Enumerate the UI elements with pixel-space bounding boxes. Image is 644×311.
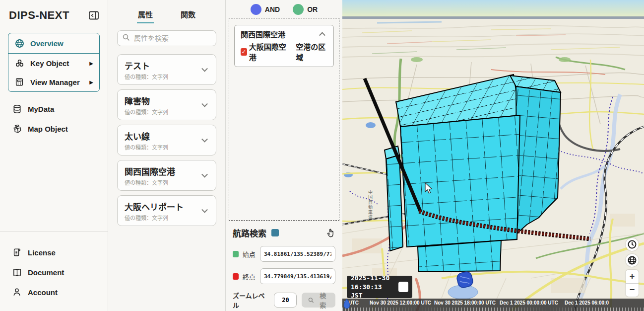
route-color-swatch [271, 229, 279, 236]
time-control-button[interactable] [626, 238, 639, 251]
route-search-button-label: 検索 [317, 291, 329, 310]
zoom-control: + − [626, 270, 639, 297]
database-icon [12, 104, 22, 114]
hand-pick-icon[interactable] [326, 228, 335, 238]
end-point-label: 終点 [243, 272, 256, 281]
attribute-card[interactable]: 障害物 値の種類：文字列 [117, 89, 216, 120]
main-nav: Overview Key Object ▶ View Manager ▶ [8, 33, 100, 92]
sidebar-item-label: MyData [28, 105, 54, 113]
attribute-card-subtitle: 値の種類：文字列 [125, 178, 209, 186]
query-group-card[interactable]: 関西国際空港 ✓ 大阪国際空港 空港の区域 [234, 25, 334, 67]
sidebar-collapse-icon[interactable] [89, 11, 99, 20]
or-operator[interactable]: OR [293, 4, 318, 15]
attribute-card[interactable]: 大阪ヘリポート 値の種類：文字列 [117, 195, 216, 226]
sidebar-item-key-object[interactable]: Key Object ▶ [8, 54, 99, 73]
zoom-in-button[interactable]: + [626, 270, 639, 284]
timeline-ticks [342, 308, 644, 311]
sidebar-item-label: License [28, 248, 56, 257]
end-point-input[interactable] [260, 268, 335, 284]
attribute-card[interactable]: テスト 値の種類：文字列 [117, 54, 216, 85]
zoom-level-label: ズームレベル [233, 291, 269, 310]
globe-icon [14, 38, 24, 48]
timeline-label: Dec 1 2025 06:00:0 [565, 300, 609, 306]
globe-control-button[interactable] [626, 254, 639, 267]
clock-icon [627, 239, 637, 249]
attribute-card[interactable]: 太い線 値の種類：文字列 [117, 125, 216, 156]
attribute-search [117, 30, 216, 46]
airport-zone-checkbox[interactable]: ✓ [241, 48, 247, 56]
timeline-bar[interactable]: 0 UTC Nov 30 2025 12:00:00 UTC Nov 30 20… [342, 299, 644, 311]
attribute-card-subtitle: 値の種類：文字列 [125, 143, 209, 151]
overlay-date: 2025-11-30 [351, 274, 394, 283]
cluster-icon [14, 58, 24, 68]
map-road-label: 中国自動車道 [367, 190, 374, 220]
zoom-out-button[interactable]: − [626, 284, 639, 297]
or-dot [293, 4, 304, 15]
start-point-input[interactable] [260, 246, 335, 262]
and-label: AND [265, 5, 280, 13]
zoom-level-input[interactable] [274, 293, 297, 308]
book-icon [12, 267, 22, 277]
person-icon [12, 287, 22, 297]
sidebar-item-label: Map Object [28, 125, 68, 133]
timeline-label: Nov 30 2025 18:00:00 UTC [434, 300, 496, 306]
timeline-label: Nov 30 2025 12:00:00 UTC [370, 300, 431, 306]
attributes-panel: 属性 関数 テスト 値の種類：文字列 障害物 値の種類：文字列 太い線 値の種類… [108, 0, 226, 311]
chevron-right-icon: ▶ [89, 79, 93, 85]
sidebar-item-mydata[interactable]: MyData [8, 99, 100, 119]
attribute-card-title: 太い線 [125, 130, 209, 142]
attribute-card[interactable]: 関西国際空港 値の種類：文字列 [117, 160, 216, 191]
attributes-tabs: 属性 関数 [117, 7, 216, 23]
sidebar-item-view-manager[interactable]: View Manager ▶ [8, 73, 99, 91]
attribute-card-title: テスト [125, 59, 209, 72]
tab-functions[interactable]: 関数 [180, 7, 196, 23]
sidebar-item-map-object[interactable]: Map Object [8, 119, 100, 139]
query-group-dropzone[interactable]: 関西国際空港 ✓ 大阪国際空港 空港の区域 [229, 18, 339, 221]
app-title: DIPS-NEXT [9, 9, 69, 22]
airport-name: 大阪国際空港 [249, 41, 287, 62]
view-manager-icon [14, 77, 24, 87]
attribute-card-subtitle: 値の種類：文字列 [125, 73, 209, 80]
app-root: DIPS-NEXT Overview Key Object ▶ [0, 0, 644, 311]
license-icon [12, 247, 22, 257]
and-operator[interactable]: AND [251, 4, 280, 15]
end-point-swatch [233, 273, 239, 280]
sidebar-item-overview[interactable]: Overview [8, 33, 99, 54]
sidebar: DIPS-NEXT Overview Key Object ▶ [0, 0, 108, 311]
map-object-icon [12, 124, 22, 134]
or-label: OR [307, 5, 318, 13]
sidebar-item-license[interactable]: License [12, 242, 96, 262]
map-viewport[interactable]: 中国自動車道 2025-11-30 16:30:13 JST + − 0 UTC… [342, 0, 644, 311]
query-panel: AND OR 関西国際空港 ✓ 大阪国際空港 空港の区域 航路検索 [226, 0, 342, 311]
time-overlay-button[interactable] [398, 282, 408, 292]
sidebar-item-document[interactable]: Document [12, 262, 96, 282]
chevron-right-icon: ▶ [89, 61, 93, 66]
group-title: 関西国際空港 [241, 29, 327, 39]
route-search-button[interactable]: 検索 [302, 293, 335, 308]
sidebar-item-label: Account [28, 288, 58, 297]
map-3d-scene [342, 0, 644, 311]
sidebar-item-label: Key Object [30, 59, 69, 68]
search-input[interactable] [134, 34, 211, 42]
sidebar-item-label: View Manager [30, 78, 80, 86]
attribute-card-title: 関西国際空港 [125, 165, 209, 177]
start-point-label: 始点 [243, 249, 256, 259]
overlay-time: 16:30:13 JST [351, 283, 394, 300]
and-dot [251, 4, 261, 15]
tab-attributes[interactable]: 属性 [137, 7, 154, 23]
attribute-card-title: 大阪ヘリポート [125, 200, 209, 213]
airport-zone: 空港の区域 [296, 41, 327, 62]
sidebar-item-label: Document [28, 268, 64, 277]
start-point-swatch [233, 251, 239, 257]
attribute-card-subtitle: 値の種類：文字列 [125, 214, 209, 222]
sidebar-item-account[interactable]: Account [12, 282, 96, 302]
attribute-card-title: 障害物 [125, 94, 209, 107]
sidebar-item-label: Overview [30, 39, 64, 48]
timeline-label: Dec 1 2025 00:00:00 UTC [500, 300, 558, 306]
search-icon [123, 34, 130, 43]
route-search-section: 航路検索 始点 終点 ズームレベル 検索 [229, 221, 339, 310]
timeline-current-marker[interactable] [343, 299, 350, 311]
route-search-title: 航路検索 [233, 227, 266, 239]
sidebar-footer: License Document Account [0, 231, 108, 311]
globe-icon [627, 255, 637, 265]
